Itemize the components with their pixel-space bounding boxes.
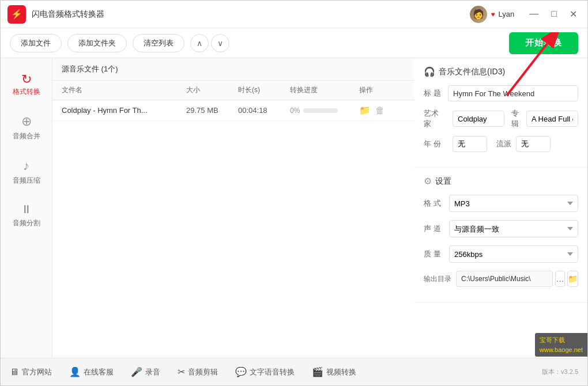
format-select[interactable]: MP3 AAC FLAC WAV (449, 195, 578, 212)
col-progress: 转换进度 (290, 85, 359, 95)
title-input[interactable] (448, 85, 578, 101)
app-logo: ⚡ (7, 5, 26, 24)
sidebar-label-split: 音频分割 (13, 218, 40, 228)
delete-icon[interactable]: 🗑 (375, 105, 385, 116)
minimize-button[interactable]: — (526, 7, 542, 21)
settings-panel-title: ⚙ 设置 (424, 176, 578, 187)
file-size: 29.75 MB (186, 106, 238, 115)
sidebar-item-split[interactable]: ⏸ 音频分割 (3, 195, 50, 236)
maximize-button[interactable]: □ (548, 7, 560, 21)
output-browse-button[interactable]: … (555, 271, 565, 287)
move-down-button[interactable]: ∨ (211, 34, 229, 52)
website-label: 官方网站 (22, 367, 52, 377)
split-icon: ⏸ (21, 203, 32, 216)
channel-label: 声 道 (424, 224, 444, 234)
close-button[interactable]: ✕ (566, 7, 581, 21)
progress-cell: 0% (290, 107, 359, 115)
add-folder-button[interactable]: 添加文件夹 (67, 34, 127, 52)
toolbar: 添加文件 添加文件夹 清空列表 ∧ ∨ 开始转换 (1, 28, 587, 58)
output-path-input[interactable] (456, 271, 553, 287)
add-file-button[interactable]: 添加文件 (10, 34, 62, 52)
output-open-folder-button[interactable]: 📁 (567, 271, 578, 287)
sidebar-item-compress[interactable]: ♪ 音频压缩 (3, 150, 50, 194)
support-item[interactable]: 👤 在线客服 (69, 366, 114, 377)
reorder-controls: ∧ ∨ (190, 34, 229, 52)
support-icon: 👤 (69, 366, 81, 377)
year-field-label: 年 份 (424, 139, 444, 149)
col-size: 大小 (186, 85, 238, 95)
file-name: Coldplay - Hymn For Th... (62, 106, 186, 115)
avatar: 🧑 (470, 6, 487, 23)
logo-icon: ⚡ (11, 9, 22, 20)
video-icon: 🎬 (312, 366, 323, 377)
file-list-header: 源音乐文件 (1个) (52, 58, 414, 81)
tts-icon: 💬 (235, 366, 247, 377)
start-convert-button[interactable]: 开始转换 (509, 32, 578, 54)
bottombar: 🖥 官方网站 👤 在线客服 🎤 录音 ✂ 音频剪辑 💬 文字语音转换 🎬 视频转… (1, 358, 587, 385)
id3-title-text: 音乐文件信息(ID3) (439, 67, 505, 77)
settings-section: ⚙ 设置 格 式 MP3 AAC FLAC WAV 声 道 (414, 168, 587, 302)
album-field-label: 专辑 (511, 108, 522, 129)
artist-field-label: 艺术家 (424, 108, 444, 129)
website-icon: 🖥 (10, 367, 19, 377)
title-field-label: 标 题 (424, 88, 444, 99)
id3-panel-title: 🎧 音乐文件信息(ID3) (424, 66, 578, 77)
artist-input[interactable] (453, 111, 504, 127)
id3-section: 🎧 音乐文件信息(ID3) 标 题 艺术家 专辑 年 份 (414, 58, 587, 168)
channel-row: 声 道 与源音频一致 单声道 立体声 (424, 220, 578, 237)
sidebar-label-merge: 音频合并 (13, 131, 40, 141)
output-dir-label: 输出目录 (424, 274, 451, 284)
record-label: 录音 (145, 367, 160, 377)
year-genre-row: 年 份 流派 (424, 136, 578, 152)
tts-item[interactable]: 💬 文字语音转换 (235, 366, 295, 377)
merge-icon: ⊕ (21, 114, 32, 129)
app-title: 闪电音频格式转换器 (32, 9, 470, 20)
album-input[interactable] (526, 111, 578, 127)
cut-icon: ✂ (178, 366, 185, 377)
quality-select[interactable]: 256kbps 128kbps 192kbps 320kbps (449, 245, 578, 263)
sidebar: ↻ 格式转换 ⊕ 音频合并 ♪ 音频压缩 ⏸ 音频分割 (1, 58, 52, 358)
actions-cell: 📁 🗑 (359, 105, 405, 116)
watermark-badge: 宝哥下载www.baoge.net (535, 333, 587, 357)
file-area: 源音乐文件 (1个) 文件名 大小 时长(s) 转换进度 操作 Coldplay… (52, 58, 414, 358)
output-row: 输出目录 … 📁 (424, 271, 578, 287)
username: Lyan (499, 10, 515, 18)
open-folder-icon[interactable]: 📁 (359, 105, 371, 116)
move-up-button[interactable]: ∧ (190, 34, 209, 52)
record-item[interactable]: 🎤 录音 (131, 366, 160, 377)
format-label: 格 式 (424, 198, 444, 209)
sidebar-item-format[interactable]: ↻ 格式转换 (3, 64, 50, 105)
file-duration: 00:04:18 (238, 106, 290, 115)
window-controls[interactable]: — □ ✕ (526, 7, 581, 21)
gear-icon: ⚙ (424, 176, 432, 187)
record-icon: 🎤 (131, 366, 142, 377)
file-table: Coldplay - Hymn For Th... 29.75 MB 00:04… (52, 100, 414, 358)
support-label: 在线客服 (84, 367, 114, 377)
title-row: 标 题 (424, 85, 578, 101)
genre-field-label: 流派 (496, 139, 511, 149)
cut-item[interactable]: ✂ 音频剪辑 (178, 366, 218, 377)
sidebar-label-compress: 音频压缩 (13, 176, 40, 186)
col-filename: 文件名 (62, 85, 186, 95)
website-item[interactable]: 🖥 官方网站 (10, 367, 52, 377)
genre-input[interactable] (516, 136, 551, 152)
video-label: 视频转换 (326, 367, 356, 377)
artist-album-row: 艺术家 专辑 (424, 108, 578, 129)
channel-select[interactable]: 与源音频一致 单声道 立体声 (449, 220, 578, 237)
headphone-icon: 🎧 (424, 66, 435, 77)
right-panel: 🎧 音乐文件信息(ID3) 标 题 艺术家 专辑 年 份 (414, 58, 587, 358)
col-actions: 操作 (359, 85, 405, 95)
user-info: 🧑 ♥ Lyan (470, 6, 514, 23)
clear-list-button[interactable]: 清空列表 (133, 34, 184, 52)
sidebar-item-merge[interactable]: ⊕ 音频合并 (3, 106, 50, 149)
settings-title-text: 设置 (435, 176, 451, 187)
version-text: 版本：v3.2.5 (542, 368, 578, 376)
main-area: ↻ 格式转换 ⊕ 音频合并 ♪ 音频压缩 ⏸ 音频分割 源音乐文件 (1个) (1, 58, 587, 358)
format-convert-icon: ↻ (21, 72, 32, 87)
year-input[interactable] (453, 136, 487, 152)
progress-bar (303, 108, 338, 113)
video-item[interactable]: 🎬 视频转换 (312, 366, 356, 377)
sidebar-label-format: 格式转换 (13, 87, 40, 97)
progress-text: 0% (290, 107, 300, 115)
compress-icon: ♪ (23, 158, 29, 173)
